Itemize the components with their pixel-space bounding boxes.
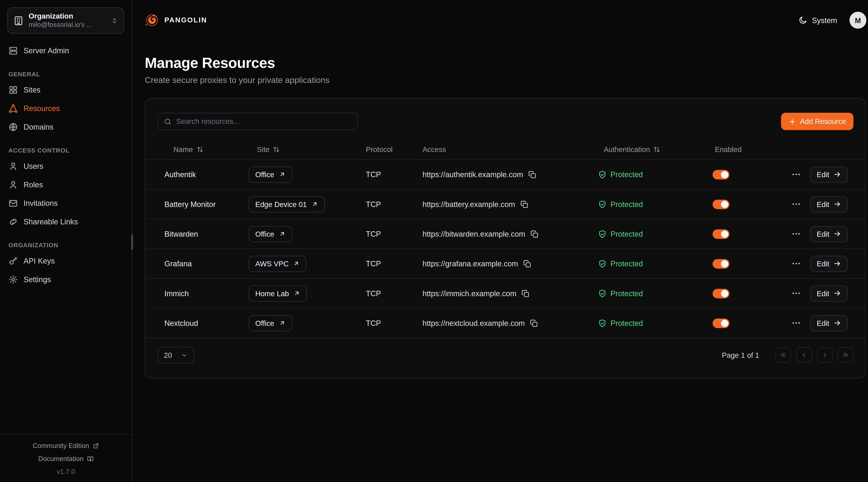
copy-url-button[interactable] (520, 200, 528, 208)
edit-button[interactable]: Edit (810, 285, 848, 301)
column-header-name[interactable]: Name (145, 145, 249, 153)
auth-status: Protected (611, 230, 643, 238)
sidebar-item-domains[interactable]: Domains (7, 118, 125, 136)
sidebar-item-resources[interactable]: Resources (7, 99, 125, 118)
copy-url-button[interactable] (523, 259, 531, 268)
org-switcher[interactable]: Organization milo@fossorial.io's ... (7, 7, 124, 34)
brand-home-link[interactable]: PANGOLIN (145, 13, 207, 27)
enabled-toggle[interactable] (713, 318, 730, 328)
resource-protocol: TCP (366, 319, 422, 327)
search-box (158, 113, 358, 130)
edit-button[interactable]: Edit (810, 166, 848, 183)
sidebar-item-roles[interactable]: Roles (7, 175, 125, 194)
globe-icon (8, 122, 18, 132)
resource-name: Immich (145, 289, 249, 297)
site-link-button[interactable]: Office (249, 226, 292, 242)
edit-label: Edit (817, 170, 829, 179)
column-header-authentication[interactable]: Authentication (598, 145, 712, 153)
page-size-select[interactable]: 20 (158, 347, 194, 363)
theme-selector[interactable]: System (798, 15, 837, 25)
sidebar-footer: Community Edition Documentation v1.7.0 (0, 434, 132, 482)
sidebar-item-shareable-links[interactable]: Shareable Links (7, 213, 125, 231)
community-edition-link[interactable]: Community Edition (33, 441, 99, 451)
copy-icon (523, 259, 531, 268)
prev-page-button[interactable] (796, 347, 812, 363)
site-name: Office (255, 319, 274, 327)
auth-badge: Protected (598, 200, 643, 208)
arrow-up-right-icon (311, 201, 318, 207)
theme-label: System (812, 16, 837, 24)
sidebar-item-users[interactable]: Users (7, 157, 125, 175)
copy-icon (528, 170, 536, 179)
sidebar-item-api-keys[interactable]: API Keys (7, 252, 125, 270)
row-menu-button[interactable] (791, 229, 801, 239)
search-input[interactable] (176, 117, 352, 126)
site-link-button[interactable]: Edge Device 01 (249, 196, 325, 213)
auth-badge: Protected (598, 230, 643, 238)
first-page-button[interactable] (775, 347, 791, 363)
site-link-button[interactable]: Home Lab (249, 285, 307, 301)
sidebar-item-invitations[interactable]: Invitations (7, 194, 125, 213)
last-page-button[interactable] (838, 347, 854, 363)
site-link-button[interactable]: Office (249, 166, 292, 183)
resource-protocol: TCP (366, 259, 422, 268)
edit-button[interactable]: Edit (810, 226, 848, 242)
auth-badge: Protected (598, 170, 643, 179)
link-icon (8, 217, 18, 227)
sidebar-item-label: Shareable Links (24, 218, 78, 226)
page-title: Manage Resources (145, 55, 866, 71)
sidebar-nav: GENERAL Sites Resources Domains ACCESS C… (0, 60, 132, 289)
row-menu-button[interactable] (791, 169, 801, 180)
user-icon (8, 180, 18, 190)
arrow-right-icon (833, 170, 841, 179)
resource-name: Grafana (145, 259, 249, 268)
sidebar-section-label: ORGANIZATION (8, 242, 124, 249)
auth-badge: Protected (598, 289, 643, 297)
add-resource-button[interactable]: Add Resource (781, 113, 854, 130)
column-header-site[interactable]: Site (249, 145, 366, 153)
edit-button[interactable]: Edit (810, 315, 848, 331)
enabled-toggle[interactable] (713, 170, 730, 179)
edit-label: Edit (817, 319, 829, 327)
resource-protocol: TCP (366, 230, 422, 238)
resource-name: Authentik (145, 170, 249, 179)
enabled-toggle[interactable] (713, 259, 730, 268)
ellipsis-icon (791, 288, 801, 298)
avatar[interactable]: M (849, 12, 866, 29)
resource-protocol: TCP (366, 289, 422, 297)
book-icon (87, 455, 94, 462)
sidebar-item-sites[interactable]: Sites (7, 81, 125, 99)
arrow-up-right-icon (293, 290, 300, 297)
edit-button[interactable]: Edit (810, 255, 848, 272)
copy-url-button[interactable] (522, 289, 530, 297)
auth-badge: Protected (598, 319, 643, 327)
documentation-link[interactable]: Documentation (38, 454, 94, 463)
column-header-enabled: Enabled (713, 145, 797, 153)
enabled-toggle[interactable] (713, 229, 730, 238)
enabled-toggle[interactable] (713, 289, 730, 298)
copy-icon (530, 230, 539, 238)
row-menu-button[interactable] (791, 199, 801, 209)
site-name: Home Lab (255, 289, 289, 297)
enabled-toggle[interactable] (713, 199, 730, 209)
sidebar-item-settings[interactable]: Settings (7, 270, 125, 289)
row-menu-button[interactable] (791, 288, 801, 298)
external-link-icon (93, 443, 99, 449)
next-page-button[interactable] (817, 347, 833, 363)
ellipsis-icon (791, 259, 801, 268)
copy-url-button[interactable] (530, 230, 539, 238)
site-link-button[interactable]: Office (249, 315, 292, 331)
site-link-button[interactable]: AWS VPC (249, 255, 307, 272)
pangolin-logo-icon (145, 13, 159, 27)
edit-button[interactable]: Edit (810, 196, 848, 213)
copy-url-button[interactable] (528, 170, 536, 179)
sidebar-item-label: Invitations (24, 199, 58, 207)
sidebar-resize-handle[interactable] (131, 234, 133, 250)
sidebar-item-server-admin[interactable]: Server Admin (7, 41, 125, 60)
waypoints-icon (8, 104, 18, 113)
row-menu-button[interactable] (791, 318, 801, 328)
copy-url-button[interactable] (530, 319, 538, 327)
chevrons-up-down-icon (111, 17, 118, 24)
row-menu-button[interactable] (791, 259, 801, 268)
chevron-right-icon (821, 351, 829, 359)
